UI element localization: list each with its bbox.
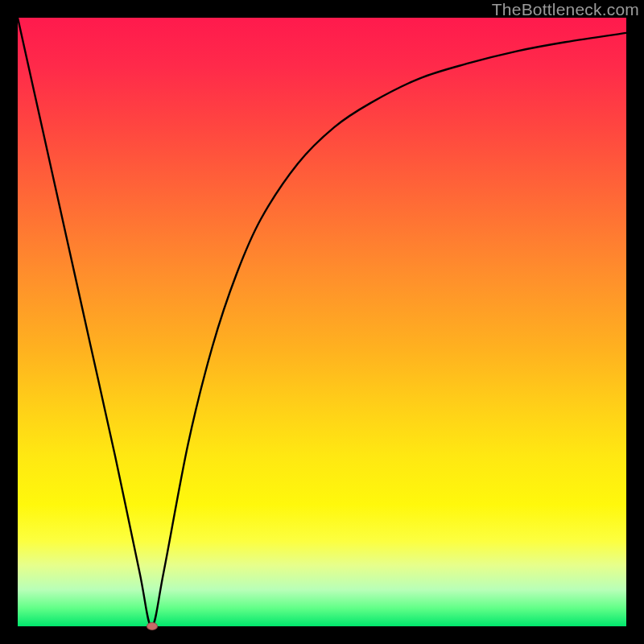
- plot-area: [18, 18, 626, 626]
- minimum-point-marker: [147, 622, 158, 630]
- bottleneck-curve: [18, 18, 626, 626]
- watermark-text: TheBottleneck.com: [492, 0, 639, 19]
- chart-container: TheBottleneck.com: [0, 0, 644, 644]
